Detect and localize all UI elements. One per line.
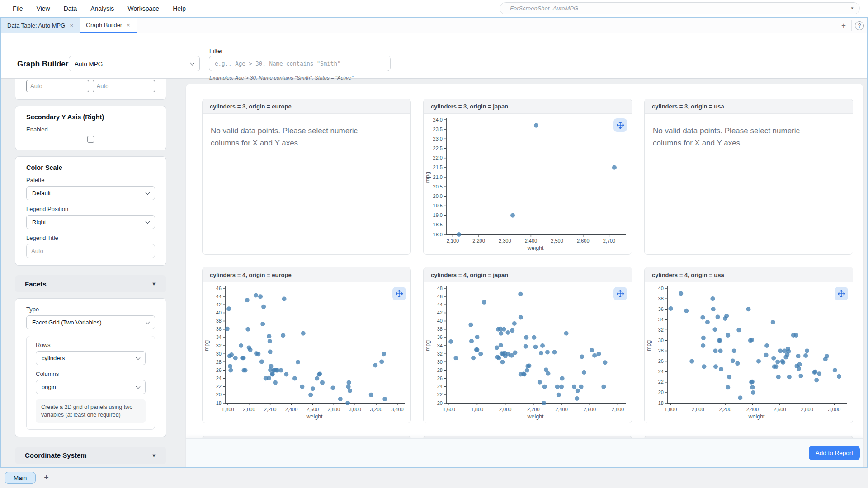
svg-text:23.5: 23.5 — [433, 127, 443, 132]
secondary-y-enabled-checkbox[interactable] — [87, 136, 94, 143]
sheet-bar: Main + — [0, 468, 868, 487]
svg-text:24.0: 24.0 — [433, 117, 443, 122]
tab-data-table[interactable]: Data Table: Auto MPG × — [1, 18, 80, 33]
menu-help[interactable]: Help — [173, 5, 186, 12]
scatter-plot[interactable]: 18.018.519.019.520.020.521.021.522.022.5… — [424, 114, 632, 255]
svg-text:22: 22 — [216, 384, 222, 389]
facet-columns-select-value: origin — [42, 384, 56, 390]
facet-type-select[interactable]: Facet Grid (Two Variables) — [26, 315, 155, 329]
axis-min-input[interactable] — [26, 80, 89, 92]
help-button[interactable]: ? — [852, 18, 867, 33]
facets-section-header[interactable]: Facets ▼ — [15, 275, 166, 292]
chevron-down-icon — [146, 219, 150, 224]
collapse-icon: ▼ — [151, 281, 156, 286]
svg-text:1,600: 1,600 — [443, 407, 455, 412]
help-icon: ? — [855, 21, 864, 30]
svg-text:2,400: 2,400 — [555, 407, 568, 412]
menu-data[interactable]: Data — [64, 5, 77, 12]
add-to-report-button[interactable]: Add to Report — [809, 446, 860, 460]
svg-text:32: 32 — [658, 327, 664, 333]
tab-bar-spacer — [137, 18, 836, 33]
svg-text:mpg: mpg — [425, 172, 431, 183]
menu-analysis[interactable]: Analysis — [90, 5, 114, 12]
move-pan-button[interactable] — [835, 287, 848, 300]
chevron-down-icon — [146, 319, 150, 324]
dataset-select[interactable]: Auto MPG — [69, 56, 200, 71]
menu-view[interactable]: View — [37, 5, 50, 12]
axis-limits-card — [15, 79, 166, 100]
svg-text:26: 26 — [437, 375, 443, 381]
scatter-plot[interactable]: 2022242628303234363840424446481,6001,800… — [424, 282, 632, 423]
facet-panel-title: cylinders = 4, origin = usa — [645, 267, 853, 282]
svg-text:21.0: 21.0 — [433, 174, 443, 180]
chevron-down-icon — [146, 190, 150, 195]
no-data-message: No valid data points. Please select nume… — [203, 114, 392, 160]
svg-text:weight: weight — [527, 413, 544, 420]
no-data-message: No valid data points. Please select nume… — [645, 114, 835, 160]
menu-bar: File View Data Analysis Workspace Help F… — [0, 0, 868, 17]
legend-title-input[interactable] — [26, 244, 155, 258]
svg-text:42: 42 — [216, 302, 222, 307]
tab-graph-builder[interactable]: Graph Builder × — [80, 18, 137, 33]
svg-text:2,800: 2,800 — [612, 407, 624, 412]
facet-hint: Create a 2D grid of panels using two var… — [36, 399, 146, 423]
svg-text:2,400: 2,400 — [746, 407, 759, 412]
legend-title-label: Legend Title — [26, 235, 155, 241]
filter-input[interactable] — [209, 56, 391, 71]
chevron-down-icon — [136, 384, 141, 389]
svg-text:38: 38 — [437, 326, 443, 332]
svg-text:44: 44 — [437, 302, 443, 307]
move-pan-button[interactable] — [392, 287, 406, 300]
legend-position-select[interactable]: Right — [26, 215, 155, 229]
facet-panel-body: 18.018.519.019.520.020.521.021.522.022.5… — [424, 114, 632, 255]
card-title: Secondary Y Axis (Right) — [26, 113, 155, 121]
svg-text:34: 34 — [658, 317, 664, 322]
svg-text:2,700: 2,700 — [603, 238, 616, 244]
close-icon[interactable]: × — [70, 22, 73, 29]
svg-text:32: 32 — [437, 351, 443, 357]
sheet-tab-main[interactable]: Main — [5, 472, 36, 484]
scatter-plot[interactable]: 1820222426283032343638404244461,8002,000… — [203, 282, 410, 423]
menu-workspace[interactable]: Workspace — [127, 5, 159, 12]
svg-text:46: 46 — [437, 294, 443, 299]
card-title: Color Scale — [26, 164, 155, 171]
facet-panel-cyl3-usa: cylinders = 3, origin = usa No valid dat… — [644, 99, 853, 255]
svg-text:20: 20 — [216, 392, 222, 397]
move-pan-button[interactable] — [613, 118, 627, 132]
scatter-plot[interactable]: 1820222426283032343638401,8002,0002,2002… — [645, 282, 853, 423]
svg-text:22: 22 — [437, 392, 443, 397]
svg-text:24: 24 — [437, 384, 443, 389]
menu-file[interactable]: File — [13, 5, 23, 12]
facet-columns-select[interactable]: origin — [36, 380, 146, 394]
move-pan-button[interactable] — [613, 287, 627, 300]
section-title: Coordinate System — [25, 451, 87, 459]
tab-bar: Data Table: Auto MPG × Graph Builder × +… — [1, 18, 867, 33]
checkbox-row — [26, 136, 155, 143]
legend-position-label: Legend Position — [26, 206, 155, 212]
session-name-dropdown[interactable]: ForScreenShot_AutoMPG ▼ — [500, 2, 860, 14]
facet-panel-body: 1820222426283032343638404244461,8002,000… — [203, 282, 410, 423]
svg-text:22.0: 22.0 — [433, 155, 443, 160]
svg-text:44: 44 — [216, 294, 222, 299]
dropdown-arrow-icon: ▼ — [850, 6, 854, 10]
facet-panel-title: cylinders = 3, origin = japan — [424, 99, 632, 114]
svg-text:20: 20 — [658, 389, 664, 395]
svg-text:2,600: 2,600 — [583, 407, 596, 412]
svg-text:34: 34 — [216, 334, 222, 340]
facet-panel-body: No valid data points. Please select nume… — [203, 114, 410, 255]
axis-max-input[interactable] — [93, 80, 156, 92]
svg-text:3,400: 3,400 — [391, 407, 404, 412]
svg-text:2,200: 2,200 — [527, 407, 540, 412]
svg-text:24: 24 — [658, 369, 664, 374]
facet-panel-cyl3-europe: cylinders = 3, origin = europe No valid … — [202, 99, 411, 255]
coordinate-system-section-header[interactable]: Coordinate System ▼ — [15, 447, 166, 464]
svg-text:2,600: 2,600 — [577, 238, 590, 244]
svg-text:34: 34 — [437, 343, 443, 348]
palette-select[interactable]: Default — [26, 186, 155, 200]
add-tab-button[interactable]: + — [836, 18, 851, 33]
close-icon[interactable]: × — [127, 22, 130, 28]
move-icon — [838, 290, 845, 297]
add-sheet-button[interactable]: + — [44, 473, 49, 483]
svg-text:3,000: 3,000 — [828, 407, 841, 412]
facet-rows-select[interactable]: cylinders — [36, 351, 146, 365]
